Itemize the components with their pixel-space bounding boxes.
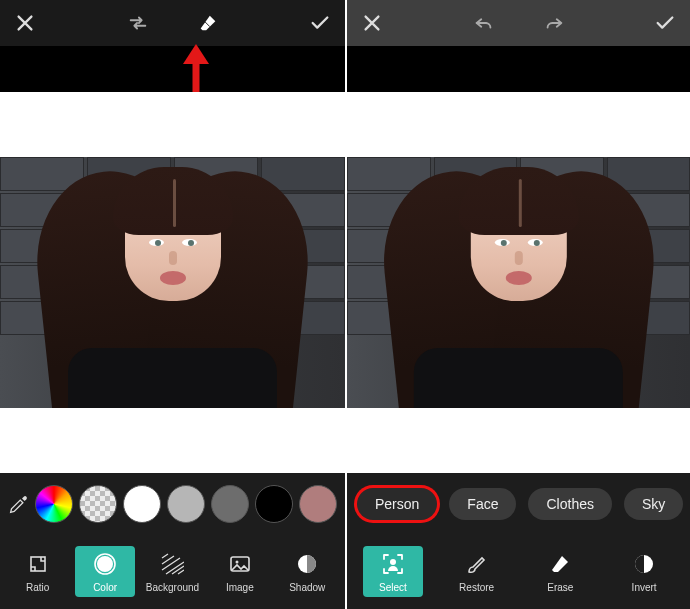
- canvas-area[interactable]: [347, 92, 690, 473]
- invert-icon: [630, 550, 658, 578]
- top-bar: [347, 0, 690, 46]
- color-swatch-white[interactable]: [123, 485, 161, 523]
- tool-background[interactable]: Background: [142, 546, 202, 597]
- top-bar: [0, 0, 345, 46]
- color-palette-row: [0, 473, 345, 535]
- tool-label: Erase: [547, 582, 573, 593]
- close-icon: [14, 12, 36, 34]
- tool-label: Ratio: [26, 582, 49, 593]
- close-button[interactable]: [357, 8, 387, 38]
- bottom-tools: Select Restore Erase Invert: [347, 535, 690, 609]
- color-swatch-mauve[interactable]: [299, 485, 337, 523]
- center-tools: [123, 8, 223, 38]
- svg-point-4: [235, 560, 238, 563]
- tool-label: Shadow: [289, 582, 325, 593]
- shadow-icon: [293, 550, 321, 578]
- chip-face[interactable]: Face: [449, 488, 516, 520]
- eyedropper-icon: [8, 494, 29, 515]
- canvas-bottom-margin: [347, 408, 690, 473]
- close-button[interactable]: [10, 8, 40, 38]
- tool-image[interactable]: Image: [210, 546, 270, 597]
- svg-point-6: [390, 559, 396, 565]
- color-icon: [91, 550, 119, 578]
- color-swatch-gray-light[interactable]: [167, 485, 205, 523]
- bottom-tools: Ratio Color Background Image: [0, 535, 345, 609]
- tool-shadow[interactable]: Shadow: [277, 546, 337, 597]
- checkmark-icon: [309, 12, 331, 34]
- tool-restore[interactable]: Restore: [447, 546, 507, 597]
- brush-icon: [463, 550, 491, 578]
- eyedropper-button[interactable]: [8, 489, 29, 519]
- eraser-icon: [546, 550, 574, 578]
- eraser-icon: [197, 12, 219, 34]
- right-screen: Person Face Clothes Sky He Select Restor…: [345, 0, 690, 609]
- center-tools: [469, 8, 569, 38]
- photo: [0, 157, 345, 408]
- undo-icon: [473, 12, 495, 34]
- color-swatch-gray[interactable]: [211, 485, 249, 523]
- ratio-icon: [24, 550, 52, 578]
- tool-label: Select: [379, 582, 407, 593]
- tool-label: Invert: [632, 582, 657, 593]
- canvas-top-margin: [0, 92, 345, 157]
- chip-person[interactable]: Person: [357, 488, 437, 520]
- chip-sky[interactable]: Sky: [624, 488, 683, 520]
- tool-invert[interactable]: Invert: [614, 546, 674, 597]
- eraser-button[interactable]: [193, 8, 223, 38]
- sub-band: [347, 46, 690, 92]
- undo-button[interactable]: [469, 8, 499, 38]
- sub-band: [0, 46, 345, 92]
- tool-ratio[interactable]: Ratio: [8, 546, 68, 597]
- selection-chips-row: Person Face Clothes Sky He: [347, 473, 690, 535]
- tool-label: Image: [226, 582, 254, 593]
- confirm-button[interactable]: [650, 8, 680, 38]
- tool-color[interactable]: Color: [75, 546, 135, 597]
- checkmark-icon: [654, 12, 676, 34]
- svg-rect-0: [31, 557, 45, 571]
- svg-point-1: [97, 556, 113, 572]
- redo-icon: [543, 12, 565, 34]
- color-swatch-transparent[interactable]: [79, 485, 117, 523]
- redo-button[interactable]: [539, 8, 569, 38]
- canvas-bottom-margin: [0, 408, 345, 473]
- color-swatch-rainbow[interactable]: [35, 485, 73, 523]
- close-icon: [361, 12, 383, 34]
- color-swatch-black[interactable]: [255, 485, 293, 523]
- tool-label: Color: [93, 582, 117, 593]
- left-screen: Ratio Color Background Image: [0, 0, 345, 609]
- chip-clothes[interactable]: Clothes: [528, 488, 611, 520]
- switch-icon: [127, 12, 149, 34]
- image-icon: [226, 550, 254, 578]
- tool-label: Restore: [459, 582, 494, 593]
- canvas-top-margin: [347, 92, 690, 157]
- photo: [347, 157, 690, 408]
- confirm-button[interactable]: [305, 8, 335, 38]
- tool-label: Background: [146, 582, 199, 593]
- tool-select[interactable]: Select: [363, 546, 423, 597]
- background-icon: [158, 550, 186, 578]
- tool-erase[interactable]: Erase: [530, 546, 590, 597]
- select-person-icon: [379, 550, 407, 578]
- canvas-area[interactable]: [0, 92, 345, 473]
- switch-button[interactable]: [123, 8, 153, 38]
